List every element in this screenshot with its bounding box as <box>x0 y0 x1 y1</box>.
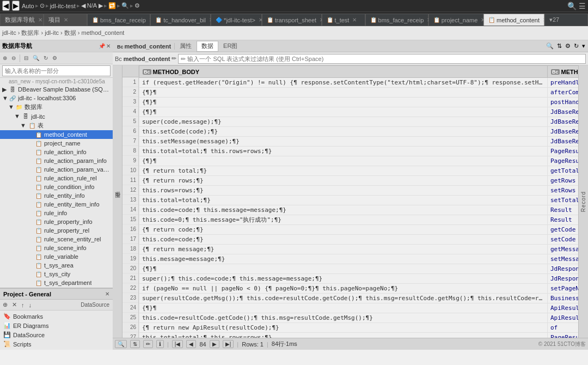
tab-properties[interactable]: 属性 <box>175 41 197 52</box>
nav-first-btn[interactable]: |◀ <box>172 340 183 348</box>
tab-project-name[interactable]: 📋 project_name ✕ <box>428 14 483 26</box>
tree-item-asn[interactable]: asn_new - mysql-cn-north-1-c3010de5a <box>0 78 113 85</box>
tree-item-dbeaver-sample[interactable]: ▶ 🗄 DBeaver Sample Database (SQLite) <box>0 85 113 94</box>
sql-filter-input[interactable] <box>178 54 586 64</box>
project-up-button[interactable]: ↑ <box>20 301 26 309</box>
tab-databases-nav[interactable]: 数据库导航 ✕ <box>0 14 44 26</box>
table-row[interactable]: this.total=total;¶ this.rows=rows;¶}Page… <box>139 147 579 156</box>
table-scroll[interactable]: Bc METHOD_BODY Bc METHOD_NAME <box>139 65 578 338</box>
grid-toolbar-refresh[interactable]: ↻ <box>572 42 580 50</box>
tab-ttest[interactable]: 📋 t_test ✕ <box>322 14 365 26</box>
grid-toolbar-more[interactable]: ▾ <box>580 42 587 50</box>
tree-item-method-content[interactable]: 📋 method_content <box>0 130 113 139</box>
tab-method-content[interactable]: 📋 method_content ✕ <box>483 14 544 26</box>
menu-button-top[interactable]: ☰ <box>579 2 586 10</box>
bc-item[interactable]: jdl-itc <box>45 29 59 36</box>
bc-item[interactable]: 数据 <box>64 29 76 36</box>
filter-status-btn[interactable]: 🔍 <box>115 340 127 348</box>
settings-button[interactable]: ⚙ <box>51 54 59 62</box>
table-row[interactable]: {¶}¶PageResult <box>139 156 579 166</box>
collapse-all-button[interactable]: ⊟ <box>22 54 30 62</box>
table-row[interactable]: {¶}¶ApiResult <box>139 303 579 313</box>
tab-project[interactable]: 项目 ✕ <box>44 14 87 26</box>
search-button-top[interactable]: 🔍 <box>567 2 577 10</box>
grid-toolbar-filter[interactable]: 🔍 <box>544 42 555 50</box>
project-remove-button[interactable]: ✕ <box>10 301 19 309</box>
tree-item-t-sys-city[interactable]: 📋 t_sys_city <box>0 270 113 278</box>
tree-item-project-name[interactable]: 📋 project_name <box>0 139 113 148</box>
nav-next-btn[interactable]: ▶ <box>210 340 219 348</box>
table-row[interactable]: {¶ return code;¶}getCode <box>139 225 579 235</box>
tree-item-jdl-db[interactable]: ▼ 🗄 jdl-itc <box>0 112 113 121</box>
table-row[interactable]: {¶ return message;¶}getMessage <box>139 245 579 254</box>
table-row[interactable]: this.rows=rows;¶}setRows <box>139 186 579 196</box>
table-row[interactable]: super(resultCode.getMsg());¶ this.code=r… <box>139 294 579 303</box>
tab-bms1[interactable]: 📋 bms_face_receip ✕ <box>87 14 150 26</box>
tree-item-rule-action-rule-rel[interactable]: 📋 rule_action_rule_rel <box>0 174 113 182</box>
col-method-name[interactable]: Bc METHOD_NAME <box>548 66 579 78</box>
table-row[interactable]: this.code=code;¶}setCode <box>139 235 579 245</box>
sort-status-btn[interactable]: ⇅ <box>130 340 140 348</box>
table-row[interactable]: {¶ return rows;¶}getRows <box>139 176 579 186</box>
table-row[interactable]: this.setCode(code);¶}JdBaseResponse <box>139 127 579 137</box>
tree-item-rule-condition-info[interactable]: 📋 rule_condition_info <box>0 182 113 191</box>
tree-item-rule-entity-info[interactable]: 📋 rule_entity_info <box>0 191 113 200</box>
close-icon[interactable]: ✕ <box>352 17 357 23</box>
project-close-button[interactable]: ✕ <box>105 291 109 297</box>
tab-tc[interactable]: 📋 tc_handover_bil ✕ <box>150 14 211 26</box>
tree-item-rule-action-param-info[interactable]: 📋 rule_action_param_info <box>0 156 113 165</box>
sidebar-search-input[interactable] <box>2 65 111 76</box>
table-row[interactable]: this.total=total;¶ this.rows=rows;¶}Page… <box>139 333 579 338</box>
table-row[interactable]: this.setMessage(message);¶}JdBaseRespons… <box>139 137 579 147</box>
refresh-button[interactable]: ↻ <box>42 54 50 62</box>
tree-item-rule-property-rel[interactable]: 📋 rule_property_rel <box>0 226 113 235</box>
tree-item-rule-info[interactable]: 📋 rule_info <box>0 209 113 217</box>
bc-item[interactable]: jdl-itc <box>2 29 16 36</box>
info-status-btn[interactable]: ℹ <box>156 340 164 348</box>
tree-item-t-sys-dept[interactable]: 📋 t_sys_department <box>0 278 113 287</box>
filter-button[interactable]: 🔍 <box>31 54 41 62</box>
tab-bms2[interactable]: 📋 bms_face_receip ✕ <box>365 14 428 26</box>
table-row[interactable]: super(code,message);¶}JdBaseResponse <box>139 117 579 127</box>
table-row[interactable]: {¶}¶afterCompletion <box>139 88 579 98</box>
sidebar-close-button[interactable]: ✕ <box>106 43 111 49</box>
table-row[interactable]: {¶}¶JdBaseResponse <box>139 107 579 117</box>
tree-item-jdl-conn[interactable]: ▼ 🔗 jdl-itc - localhost:3306 <box>0 94 113 102</box>
tab-transport[interactable]: 📋 transport_sheet ✕ <box>262 14 322 26</box>
bc-item[interactable]: 数据库 <box>21 29 39 36</box>
table-row[interactable]: this.code=code;¶ this.message=message;¶}… <box>139 205 579 215</box>
project-add-button[interactable]: ⊕ <box>1 301 9 309</box>
table-row[interactable]: if (pageNo == null || pageNo < 0) {¶ pag… <box>139 284 579 294</box>
grid-toolbar-config[interactable]: ⚙ <box>564 42 572 50</box>
project-item-er[interactable]: 📊 ER Diagrams <box>0 321 113 330</box>
nav-forward-button[interactable]: ▶ <box>12 1 20 11</box>
disconnect-button[interactable]: ⊖ <box>10 54 17 62</box>
table-row[interactable]: this.total=total;¶}setTotal <box>139 196 579 205</box>
close-icon[interactable]: ✕ <box>38 17 42 23</box>
tree-item-databases[interactable]: ▼ 📁 数据库 <box>0 102 113 112</box>
tree-item-rule-scene-entity-rel[interactable]: 📋 rule_scene_entity_rel <box>0 235 113 244</box>
table-row[interactable]: super();¶ this.code=code;¶ this.message=… <box>139 274 579 284</box>
project-item-datasource[interactable]: 💾 DataSource <box>0 330 113 339</box>
tree-item-rule-scene-info[interactable]: 📋 rule_scene_info <box>0 244 113 252</box>
table-row[interactable]: this.message=message;¶}setMessage <box>139 254 579 264</box>
table-row[interactable]: this.code=0;¶ this.message="执行成功";¶}Resu… <box>139 215 579 225</box>
grid-toolbar-sort[interactable]: ⇅ <box>555 42 564 50</box>
edit-status-btn[interactable]: ✏ <box>143 340 153 348</box>
nav-back-button[interactable]: ◀ <box>2 1 10 11</box>
nav-prev-btn[interactable]: ◀ <box>186 340 196 348</box>
tab-jdl[interactable]: 🔷 *jdl-itc-test> ✕ <box>211 14 262 26</box>
new-connection-button[interactable]: ⊕ <box>1 54 9 62</box>
project-down-button[interactable]: ↓ <box>27 301 34 309</box>
close-icon[interactable]: ✕ <box>64 17 68 23</box>
table-row[interactable]: {¶}¶postHandle <box>139 98 579 107</box>
sidebar-pin-button[interactable]: 📌 <box>99 43 105 49</box>
table-row[interactable]: {¶ return total;¶}getTotal <box>139 166 579 176</box>
nav-last-btn[interactable]: ▶| <box>223 340 234 348</box>
tree-item-rule-action-param-value[interactable]: 📋 rule_action_param_value_info <box>0 165 113 174</box>
tree-item-rule-action-info[interactable]: 📋 rule_action_info <box>0 148 113 156</box>
project-item-bookmarks[interactable]: 🔖 Bookmarks <box>0 312 113 321</box>
tab-er[interactable]: ER图 <box>218 41 242 52</box>
tree-item-tables[interactable]: ▼ 📋 表 <box>0 121 113 130</box>
col-method-body[interactable]: Bc METHOD_BODY <box>139 66 548 78</box>
